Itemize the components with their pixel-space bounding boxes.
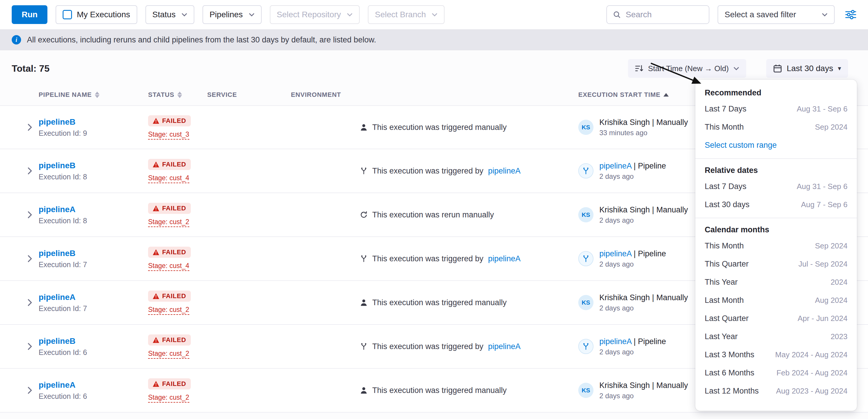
trigger-pipeline-icon [360,167,368,175]
row-expander[interactable] [21,387,39,394]
date-menu-item[interactable]: Last 7 Days Aug 31 - Sep 6 [695,177,857,195]
date-menu-item[interactable]: This Month Sep 2024 [695,237,857,255]
sort-dropdown[interactable]: Start Time (New → Old) [628,59,746,78]
failed-stage-link[interactable]: Stage: cust_3 [148,130,189,139]
avatar: KS [578,295,593,310]
execution-by-line: Krishika Singh | Manually [599,205,688,214]
status-filter-dropdown[interactable]: Status [146,5,194,24]
execution-by-info: pipelineA | Pipeline 2 days ago [599,337,666,356]
my-executions-checkbox[interactable] [63,10,72,19]
avatar: KS [578,383,593,398]
date-menu-item-label: This Month [705,241,744,251]
chevron-right-icon [28,255,32,262]
failed-stage-link[interactable]: Stage: cust_4 [148,262,189,271]
failed-stage-link[interactable]: Stage: cust_2 [148,306,189,315]
date-menu-item[interactable]: Select custom range [695,136,857,154]
date-menu-item[interactable]: Last 7 Days Aug 31 - Sep 6 [695,100,857,118]
date-menu-item-range: Sep 2024 [815,241,847,251]
search-box[interactable] [607,5,709,24]
pipeline-name-link[interactable]: pipelineB [39,336,148,346]
date-menu-item[interactable]: Last 30 days Aug 7 - Sep 6 [695,195,857,214]
run-button[interactable]: Run [12,5,48,24]
filter-sliders-icon[interactable] [845,10,856,19]
date-menu-section-header: Relative dates [695,163,857,177]
date-menu-item[interactable]: This Quarter Jul - Sep 2024 [695,255,857,273]
chevron-down-icon [822,13,828,17]
date-menu-item[interactable]: Last 6 Months Feb 2024 - Aug 2024 [695,364,857,382]
failed-stage-link[interactable]: Stage: cust_4 [148,174,189,183]
trigger-info-cell: This execution was triggered manually [291,386,578,395]
search-input[interactable] [626,10,703,19]
pipelines-filter-dropdown[interactable]: Pipelines [203,5,261,24]
row-expander[interactable] [21,124,39,131]
row-expander[interactable] [21,211,39,218]
by-separator: | [633,162,636,170]
saved-filter-dropdown[interactable]: Select a saved filter [718,5,835,24]
status-cell: FAILED Stage: cust_3 [148,115,207,139]
user-icon [360,299,368,307]
chevron-right-icon [28,299,32,306]
warning-triangle-icon [153,162,159,167]
date-menu-item-label: Last 12 Months [705,387,759,396]
time-ago: 2 days ago [599,216,688,224]
date-menu-item-range: Aug 2024 [815,296,847,305]
column-pipeline-name[interactable]: PIPELINE NAME [39,91,148,99]
execution-id: Execution Id: 9 [39,129,148,137]
date-menu-item-range: Feb 2024 - Aug 2024 [776,368,847,378]
date-menu-item-label: Last Month [705,296,744,305]
date-menu-item-range: Apr - Jun 2024 [798,314,847,323]
column-status[interactable]: STATUS [148,91,207,99]
my-executions-toggle[interactable]: My Executions [56,5,137,24]
trigger-mode: Manually [656,118,688,127]
date-menu-item[interactable]: This Month Sep 2024 [695,118,857,136]
trigger-pipeline-link[interactable]: pipelineA [488,254,521,263]
trigger-info-cell: This execution was rerun manually [291,211,578,220]
sort-arrows-icon[interactable] [95,92,99,98]
execution-by-info: Krishika Singh | Manually 33 minutes ago [599,118,688,137]
execution-by-info: Krishika Singh | Manually 2 days ago [599,205,688,224]
pipeline-name-link[interactable]: pipelineA [39,380,148,390]
date-range-button[interactable]: Last 30 days ▾ [766,59,848,78]
failed-stage-link[interactable]: Stage: cust_2 [148,218,189,227]
failed-stage-link[interactable]: Stage: cust_2 [148,350,189,359]
triggered-by-name: pipelineA [599,337,631,346]
status-badge: FAILED [148,334,191,346]
select-repository-dropdown[interactable]: Select Repository [270,5,360,24]
date-menu-item[interactable]: Last Quarter Apr - Jun 2024 [695,309,857,327]
execution-by-info: pipelineA | Pipeline 2 days ago [599,161,666,181]
pipeline-name-link[interactable]: pipelineA [39,205,148,214]
by-separator: | [652,381,654,390]
pipeline-avatar-icon [578,339,593,354]
date-menu-item[interactable]: This Year 2024 [695,273,857,291]
execution-by-info: Krishika Singh | Manually 2 days ago [599,381,688,400]
trigger-mode: Manually [656,205,688,214]
row-expander[interactable] [21,299,39,306]
row-expander[interactable] [21,167,39,174]
date-menu-item-label: Select custom range [705,141,777,150]
select-branch-dropdown[interactable]: Select Branch [368,5,444,24]
status-cell: FAILED Stage: cust_2 [148,203,207,227]
date-menu-item[interactable]: Last 3 Months May 2024 - Aug 2024 [695,346,857,364]
row-expander[interactable] [21,343,39,350]
warning-triangle-icon [153,337,159,343]
pipeline-name-link[interactable]: pipelineB [39,117,148,127]
date-menu-item[interactable]: Last Year 2023 [695,327,857,346]
failed-stage-link[interactable]: Stage: cust_2 [148,393,189,402]
date-menu-items: This Month Sep 2024 This Quarter Jul - S… [695,237,857,400]
execution-id: Execution Id: 7 [39,260,148,269]
trigger-text: This execution was triggered manually [372,298,506,307]
date-menu-item[interactable]: Last 12 Months Aug 2023 - Aug 2024 [695,382,857,400]
time-ago: 2 days ago [599,304,688,312]
pipeline-name-link[interactable]: pipelineB [39,249,148,258]
trigger-pipeline-link[interactable]: pipelineA [488,166,521,175]
pipeline-name-link[interactable]: pipelineB [39,161,148,170]
by-separator: | [652,205,654,214]
pipeline-name-link[interactable]: pipelineA [39,293,148,302]
sort-arrow-up-icon[interactable] [663,93,669,97]
sort-arrows-icon[interactable] [177,92,182,98]
time-ago: 2 days ago [599,172,666,181]
row-expander[interactable] [21,255,39,262]
date-menu-item[interactable]: Last Month Aug 2024 [695,291,857,309]
trigger-pipeline-link[interactable]: pipelineA [488,342,521,351]
warning-triangle-icon [153,249,159,255]
